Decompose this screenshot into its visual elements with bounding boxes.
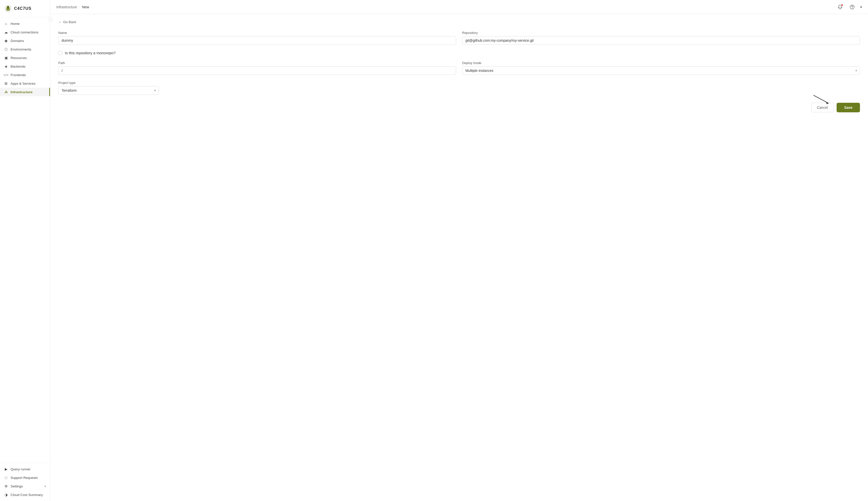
sidebar-item-support-requests-label: Support Requests: [11, 476, 38, 480]
project-type-group: Project type Terraform Helm Kubernetes A…: [58, 81, 159, 95]
go-back-arrow-icon: ←: [58, 20, 62, 24]
save-button[interactable]: Save: [837, 103, 860, 112]
sidebar-item-resources[interactable]: ▣ Resources: [0, 54, 50, 62]
svg-line-6: [814, 95, 828, 103]
form-actions: Cancel Save: [58, 103, 860, 112]
logo-text: C4C7US: [14, 6, 31, 11]
apps-services-icon: ⊞: [4, 82, 8, 85]
path-group: Path: [58, 61, 456, 75]
sidebar-bottom: ▶ Query runner □ Support Requests ⚙ Sett…: [0, 462, 50, 501]
sidebar-item-resources-label: Resources: [11, 56, 27, 60]
breadcrumb-separator: ›: [79, 5, 80, 9]
support-requests-icon: □: [4, 476, 8, 480]
sidebar-item-home[interactable]: ⌂ Home: [0, 19, 50, 28]
resources-icon: ▣: [4, 56, 8, 60]
sidebar-item-cloud-connections[interactable]: ☁ Cloud connections: [0, 28, 50, 36]
sidebar-item-query-runner-label: Query runner: [11, 467, 31, 471]
cloud-cost-icon: ◑: [4, 493, 8, 497]
repository-input[interactable]: [462, 36, 860, 45]
deploy-mode-label: Deploy mode: [462, 61, 860, 65]
sidebar-item-infrastructure-label: Infrastructure: [11, 90, 33, 94]
home-icon: ⌂: [4, 22, 8, 25]
cloud-icon: ☁: [4, 30, 8, 34]
name-input[interactable]: [58, 36, 456, 45]
notification-badge: [841, 4, 843, 6]
header: Infrastructure › New ▾: [50, 0, 868, 14]
sidebar-item-domains[interactable]: ◉ Domains: [0, 36, 50, 45]
header-dropdown-chevron[interactable]: ▾: [860, 5, 862, 9]
path-input[interactable]: [58, 66, 456, 75]
settings-left: ⚙ Settings: [4, 484, 23, 488]
name-label: Name: [58, 31, 456, 35]
repository-group: Repository: [462, 31, 860, 45]
breadcrumb-root: Infrastructure: [56, 5, 77, 9]
sidebar-item-apps-services-label: Apps & Services: [11, 82, 35, 85]
sidebar-item-frontends-label: Frontends: [11, 73, 26, 77]
help-icon: [850, 4, 855, 10]
sidebar-item-infrastructure[interactable]: Infrastructure: [0, 88, 50, 96]
name-group: Name: [58, 31, 456, 45]
deploy-mode-select-wrap: Multiple instances Single instance ▾: [462, 66, 860, 75]
breadcrumb: Infrastructure › New: [56, 5, 89, 9]
deploy-mode-group: Deploy mode Multiple instances Single in…: [462, 61, 860, 75]
settings-icon: ⚙: [4, 484, 8, 488]
query-runner-icon: ▶: [4, 467, 8, 471]
sidebar-nav: ⌂ Home ☁ Cloud connections ◉ Domains ⬡ E…: [0, 17, 50, 462]
settings-chevron-icon: ▾: [44, 485, 46, 488]
sidebar-item-backends[interactable]: ◈ Backends: [0, 62, 50, 71]
project-type-select-wrap: Terraform Helm Kubernetes Ansible ▾: [58, 86, 159, 95]
go-back-link[interactable]: ← Go Back: [58, 20, 860, 24]
monorepo-label: Is this repository a monorepo?: [65, 51, 116, 55]
sidebar-item-frontends[interactable]: </> Frontends: [0, 71, 50, 79]
infrastructure-icon: [4, 90, 8, 94]
main: Infrastructure › New ▾: [50, 0, 868, 501]
path-deploy-row: Path Deploy mode Multiple instances Sing…: [58, 61, 860, 75]
breadcrumb-current: New: [82, 5, 89, 9]
domains-icon: ◉: [4, 39, 8, 43]
sidebar-item-home-label: Home: [11, 22, 20, 25]
sidebar-item-settings-label: Settings: [11, 484, 23, 488]
content-inner: ← Go Back Name Repository Is this reposi…: [50, 14, 868, 501]
name-repository-row: Name Repository: [58, 31, 860, 45]
svg-point-5: [852, 8, 853, 8]
sidebar-item-domains-label: Domains: [11, 39, 24, 43]
backends-icon: ◈: [4, 64, 8, 68]
go-back-label: Go Back: [63, 20, 76, 24]
content: ← Go Back Name Repository Is this reposi…: [50, 14, 868, 501]
svg-point-3: [7, 6, 9, 8]
environments-icon: ⬡: [4, 47, 8, 51]
project-type-select[interactable]: Terraform Helm Kubernetes Ansible: [58, 86, 159, 95]
monorepo-checkbox[interactable]: [58, 51, 62, 55]
project-type-label: Project type: [58, 81, 159, 85]
sidebar: C4C7US ⌂ Home ☁ Cloud connections ◉ Doma…: [0, 0, 50, 501]
project-type-row: Project type Terraform Helm Kubernetes A…: [58, 81, 860, 95]
logo-icon: [4, 4, 12, 13]
sidebar-item-cloud-cost-summary[interactable]: ◑ Cloud Cost Summary: [0, 490, 50, 499]
header-actions: ▾: [836, 3, 862, 11]
cancel-button[interactable]: Cancel: [811, 103, 834, 112]
frontends-icon: </>: [4, 73, 8, 77]
sidebar-item-backends-label: Backends: [11, 65, 25, 68]
sidebar-item-apps-services[interactable]: ⊞ Apps & Services: [0, 79, 50, 88]
deploy-mode-select[interactable]: Multiple instances Single instance: [462, 66, 860, 75]
sidebar-item-settings[interactable]: ⚙ Settings ▾: [0, 482, 50, 490]
path-label: Path: [58, 61, 456, 65]
sidebar-item-environments-label: Environments: [11, 47, 31, 51]
repository-label: Repository: [462, 31, 860, 35]
sidebar-item-cloud-cost-summary-label: Cloud Cost Summary: [11, 493, 43, 497]
sidebar-item-environments[interactable]: ⬡ Environments: [0, 45, 50, 54]
logo: C4C7US: [0, 0, 50, 17]
notifications-button[interactable]: [836, 3, 844, 11]
sidebar-collapse-toggle[interactable]: ‹: [48, 17, 53, 22]
sidebar-item-support-requests[interactable]: □ Support Requests: [0, 473, 50, 482]
sidebar-item-query-runner[interactable]: ▶ Query runner: [0, 465, 50, 473]
help-button[interactable]: [848, 3, 856, 11]
monorepo-row: Is this repository a monorepo?: [58, 51, 860, 55]
sidebar-item-cloud-connections-label: Cloud connections: [11, 30, 39, 34]
